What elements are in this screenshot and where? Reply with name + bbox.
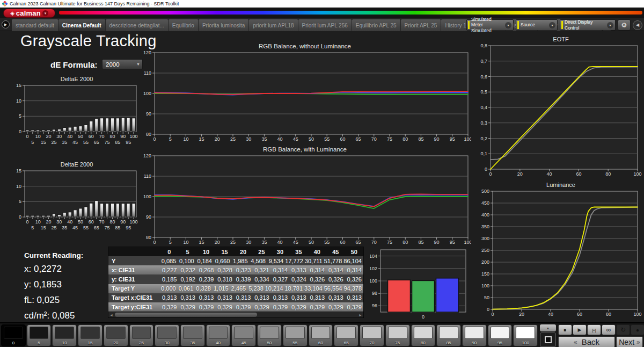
- svg-text:0,5: 0,5: [480, 89, 487, 95]
- reading-fl: fL: 0,025: [24, 295, 83, 306]
- source-dropdown[interactable]: Source ▼: [516, 19, 558, 31]
- gray-patch-button-75[interactable]: 75: [385, 324, 410, 346]
- table-row: x: CIE310,2270,2320,2680,3280,3230,3210,…: [108, 265, 363, 274]
- settings-button[interactable]: ⚙: [618, 19, 631, 31]
- svg-text:15: 15: [199, 240, 204, 245]
- svg-text:50: 50: [309, 240, 314, 245]
- pattern-icon: [▪]: [592, 328, 596, 332]
- gray-patch-button-20[interactable]: 20: [104, 324, 128, 346]
- gray-patch-button-100[interactable]: 100: [513, 324, 538, 346]
- pattern-bar-expand-button[interactable]: ▲: [540, 324, 556, 331]
- back-button[interactable]: « Back: [558, 336, 615, 347]
- gray-patch-button-35[interactable]: 35: [180, 324, 205, 346]
- meter-dropdown[interactable]: Simulated Meter Simulated ▼: [466, 19, 514, 31]
- gray-patch-label: 45: [232, 341, 255, 345]
- gray-patch-button-60[interactable]: 60: [309, 324, 333, 346]
- gray-patch-button-65[interactable]: 65: [334, 324, 358, 346]
- gray-patch-button-90[interactable]: 90: [462, 324, 487, 346]
- tab-priorit-apl-25[interactable]: Priorit APL 25: [401, 19, 442, 31]
- gray-patch-button-50[interactable]: 50: [257, 324, 282, 346]
- gray-patch-button-25[interactable]: 25: [129, 324, 154, 346]
- collapse-panel-button[interactable]: ◀: [633, 20, 642, 30]
- svg-text:60: 60: [577, 312, 582, 317]
- scrollbar-thumb[interactable]: [115, 313, 257, 317]
- play-button[interactable]: ▶: [573, 324, 587, 335]
- scroll-right-icon[interactable]: ►: [357, 312, 363, 317]
- table-cell: 0,329: [160, 302, 178, 312]
- pattern-button[interactable]: [▪]: [587, 324, 601, 335]
- eotf-chart: EOTF 00,10,20,30,40,50,60,70,80204060801…: [479, 35, 643, 178]
- table-cell: 0,327: [271, 274, 289, 284]
- table-cell: 0,314: [345, 265, 363, 274]
- svg-text:0: 0: [487, 307, 489, 312]
- gray-patch-button-95[interactable]: 95: [488, 324, 513, 346]
- de-formula-dropdown[interactable]: 2000 ▼: [102, 59, 143, 69]
- table-cell: 51,778: [324, 256, 344, 265]
- loop-button[interactable]: ∞: [602, 324, 616, 335]
- table-row-label: x: CIE31: [108, 265, 160, 274]
- table-horizontal-scrollbar[interactable]: ◄►: [108, 312, 363, 317]
- next-button[interactable]: Next »: [616, 336, 643, 347]
- table-cell: 0,328: [215, 265, 233, 274]
- tab-equilibrio-apl-25[interactable]: Equilibrio APL 25: [352, 19, 401, 31]
- table-cell: 10,214: [265, 284, 285, 293]
- chart-title: DeltaE 2000: [14, 161, 140, 169]
- svg-text:0: 0: [26, 134, 28, 139]
- gray-patch-button-15[interactable]: 15: [78, 324, 103, 346]
- svg-text:20: 20: [517, 171, 523, 177]
- tab-descrizione-dettagliat-[interactable]: descrizione dettagliat...: [106, 19, 169, 31]
- svg-text:65: 65: [356, 240, 361, 245]
- gray-patch-button-5[interactable]: 5: [27, 324, 52, 346]
- tab-cinema-default[interactable]: Cinema Default: [58, 19, 106, 31]
- svg-text:40: 40: [548, 312, 553, 317]
- tab-priorit-lum-apl18[interactable]: priorit lum APL18: [249, 19, 298, 31]
- calman-menu-button[interactable]: ◈ calman ▼: [3, 9, 55, 18]
- gray-swatch: [30, 327, 49, 339]
- svg-text:10: 10: [183, 240, 188, 245]
- gray-patch-button-40[interactable]: 40: [206, 324, 231, 346]
- svg-text:250: 250: [481, 248, 489, 253]
- header-controls: Simulated Meter Simulated ▼ Source ▼ Dir…: [466, 19, 642, 31]
- svg-text:75: 75: [105, 225, 110, 230]
- scroll-left-icon[interactable]: ◄: [108, 312, 114, 317]
- gray-patch-button-70[interactable]: 70: [360, 324, 384, 346]
- refresh-button[interactable]: ↻: [616, 324, 630, 335]
- gray-patch-button-30[interactable]: 30: [155, 324, 179, 346]
- reading-y: y: 0,1853: [24, 279, 83, 290]
- record-button[interactable]: ●: [631, 324, 644, 335]
- gray-patch-button-55[interactable]: 55: [283, 324, 308, 346]
- table-cell: 0,339: [234, 274, 252, 284]
- tab-scroll-right-button[interactable]: ▶: [2, 20, 10, 28]
- table-cell: 0,334: [252, 274, 270, 284]
- svg-text:20: 20: [215, 136, 220, 142]
- table-cell: 0,318: [215, 274, 233, 284]
- table-row-label: y: CIE31: [108, 274, 160, 284]
- gray-patch-label: 35: [181, 341, 204, 345]
- svg-text:15: 15: [41, 140, 46, 145]
- reading-cdm2: cd/m²: 0,085: [24, 310, 83, 321]
- svg-text:35: 35: [62, 140, 67, 145]
- gray-patch-button-85[interactable]: 85: [436, 324, 461, 346]
- gray-patch-label: 25: [130, 341, 153, 345]
- gray-patch-button-80[interactable]: 80: [411, 324, 436, 346]
- svg-text:85: 85: [115, 140, 120, 145]
- gray-patch-button-0[interactable]: 0: [1, 324, 26, 346]
- pattern-window-button[interactable]: [540, 332, 556, 347]
- svg-text:40: 40: [547, 171, 552, 177]
- tab-standard-default[interactable]: standard default: [12, 19, 58, 31]
- svg-text:90: 90: [120, 219, 126, 225]
- tab-priorita-luminosita[interactable]: Priorita luminosita: [199, 19, 249, 31]
- svg-text:35: 35: [62, 225, 67, 230]
- gray-patch-button-45[interactable]: 45: [231, 324, 256, 346]
- tab-priorit-lum-apl-256[interactable]: Priorit lum APL 256: [298, 19, 352, 31]
- svg-text:45: 45: [72, 225, 78, 230]
- svg-text:100: 100: [143, 91, 151, 96]
- svg-text:104: 104: [370, 254, 377, 259]
- reading-x: x: 0,2272: [24, 264, 83, 274]
- tab-equilibrio[interactable]: Equilibrio: [169, 19, 199, 31]
- display-control-dropdown[interactable]: Direct Display Control ▼: [560, 19, 616, 31]
- stop-button[interactable]: ■: [558, 324, 572, 335]
- table-cell: 0,329: [271, 302, 289, 312]
- gray-patch-button-10[interactable]: 10: [52, 324, 77, 346]
- table-col-header: 15: [215, 247, 233, 256]
